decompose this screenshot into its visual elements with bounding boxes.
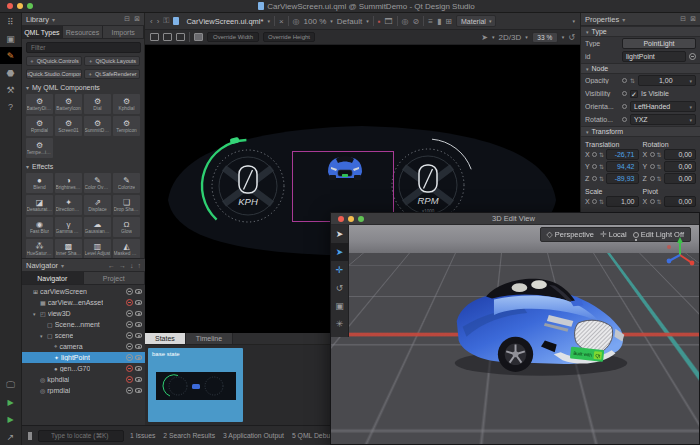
local-orientation-toggle[interactable]: ✛ Local [600, 230, 627, 239]
rotation-x-field[interactable]: 0,00 [664, 149, 696, 160]
export-icon[interactable] [126, 387, 133, 394]
back-icon[interactable]: ‹ [150, 17, 153, 26]
translation-y-field[interactable]: 94,42 [606, 161, 638, 172]
tab-states[interactable]: States [145, 333, 186, 344]
run-button[interactable]: ▶ [0, 394, 22, 411]
align-block-icon[interactable]: ▮ [437, 17, 441, 26]
disable-icon[interactable]: ⊘ [413, 17, 420, 26]
translation-z-field[interactable]: -89,93 [606, 173, 638, 184]
base-state-card[interactable]: base state [148, 348, 243, 422]
expand-caret-icon[interactable]: ▾ [40, 333, 45, 339]
action-indicator-icon[interactable] [622, 91, 627, 96]
toggle-panel-icon[interactable] [28, 432, 32, 440]
split-panel-icon[interactable]: ⊟ [680, 15, 686, 23]
action-indicator-icon[interactable] [622, 104, 627, 109]
action-indicator-icon[interactable] [592, 199, 597, 204]
effect-item[interactable]: ▩Inner Shadow [55, 239, 82, 259]
expand-caret-icon[interactable]: ▾ [33, 311, 38, 317]
translation-x-field[interactable]: -26,71 [606, 149, 638, 160]
visibility-eye-icon[interactable] [135, 333, 142, 338]
minimize-window-icon[interactable] [17, 3, 23, 9]
export-icon[interactable] [126, 376, 133, 383]
action-indicator-icon[interactable] [650, 164, 655, 169]
add-import-button[interactable]: ＋ QtQuick.Studio.Components [26, 69, 82, 79]
tab-resources[interactable]: Resources [63, 26, 104, 38]
action-indicator-icon[interactable] [622, 117, 627, 122]
pane-menu-icon[interactable]: ▾ [572, 18, 575, 24]
effect-item[interactable]: ▥Level Adjust [84, 239, 111, 259]
visibility-eye-icon[interactable] [135, 377, 142, 382]
type-section-header[interactable]: ▾Type [581, 26, 700, 37]
open-document-name[interactable]: CarViewScreen.ui.qml* [186, 17, 263, 26]
2d-3d-toggle[interactable]: 2D/3D [499, 33, 522, 42]
visibility-toggle-icon[interactable]: ◎ [402, 17, 409, 26]
effect-item[interactable]: ✎Color Overlay [84, 173, 111, 193]
navigator-item[interactable]: ◎rpmdial [22, 385, 145, 396]
visibility-eye-icon[interactable] [135, 322, 142, 327]
apps-grid-icon[interactable]: ⠿ [0, 13, 22, 30]
edit-mode-icon[interactable]: ▣ [0, 30, 22, 47]
library-filter-input[interactable] [26, 42, 141, 53]
forward-icon[interactable]: › [157, 17, 160, 26]
export-icon[interactable] [126, 354, 133, 361]
sync-icon[interactable]: ◎ [293, 17, 300, 26]
component-item[interactable]: ⚙Tempicon [113, 116, 140, 136]
effect-item[interactable]: ◉Fast Blur [26, 217, 53, 237]
zoom-level[interactable]: 100 % [304, 17, 327, 26]
tab-qml-types[interactable]: QML Types [22, 26, 63, 38]
action-indicator-icon[interactable] [592, 176, 597, 181]
library-header[interactable]: Library▾ ⊟⊠ [22, 13, 144, 26]
component-item[interactable]: ⚙SummitDemo [84, 116, 111, 136]
select-tool-icon[interactable]: ➤ [331, 225, 349, 243]
properties-header[interactable]: Properties▾ ⊟⊠ [581, 13, 700, 26]
component-item[interactable]: ⚙Kphdial [113, 94, 140, 114]
anchor-icon[interactable] [150, 33, 159, 41]
align-list-icon[interactable]: ≡ [428, 17, 433, 26]
component-item[interactable]: ⚙BatteryIcon [55, 94, 82, 114]
navigator-item[interactable]: ▾▢scene [22, 330, 145, 341]
tab-timeline[interactable]: Timeline [186, 333, 233, 344]
close-panel-icon[interactable]: ⊠ [690, 15, 696, 23]
opacity-field[interactable]: 1,00▾ [638, 75, 696, 86]
navigator-item[interactable]: ▦carView...enAsset [22, 297, 145, 308]
component-item[interactable]: ⚙Screen01 [55, 116, 82, 136]
effect-item[interactable]: γGamma Adjust [55, 217, 82, 237]
anchor-icon[interactable] [176, 33, 185, 41]
chevron-down-icon[interactable]: ▾ [525, 34, 528, 40]
navigator-item[interactable]: ⊞carViewScreen [22, 286, 145, 297]
add-import-button[interactable]: ＋ QtQuick.Layouts [84, 56, 140, 66]
visibility-eye-icon[interactable] [135, 311, 142, 316]
output-panel-button[interactable]: 1 Issues [130, 432, 155, 439]
effect-item[interactable]: ◑Brightness Contrast [55, 173, 82, 193]
tab-navigator[interactable]: Navigator [22, 272, 84, 284]
edit3d-viewport[interactable]: Built with Qt ➤ ➤ ✛ ↺ ▣ ✳ ◇ Perspective … [331, 225, 699, 444]
workspace-icon[interactable]: 🗖 [385, 17, 393, 26]
visibility-eye-icon[interactable] [135, 289, 142, 294]
navigator-item[interactable]: ◎kphdial [22, 374, 145, 385]
select-group-tool-icon[interactable]: ➤ [331, 243, 349, 261]
analyze-icon[interactable]: ↗ [0, 428, 22, 445]
action-indicator-icon[interactable] [592, 152, 597, 157]
action-indicator-icon[interactable] [650, 199, 655, 204]
canvas-zoom-field[interactable]: 33 % [532, 32, 558, 43]
scale-tool-icon[interactable]: ▣ [331, 297, 349, 315]
projects-mode-icon[interactable]: ⚒ [0, 81, 22, 98]
effect-item[interactable]: ☁Gaussian Blur [84, 217, 111, 237]
minimize-window-icon[interactable] [348, 216, 354, 222]
effect-item[interactable]: ⁂HueSaturation [26, 239, 53, 259]
kit-selector-icon[interactable]: 🖵 [0, 377, 22, 394]
snap-settings-icon[interactable]: ✳ [331, 315, 349, 333]
chevron-down-icon[interactable]: ▾ [492, 34, 495, 40]
override-height-field[interactable]: Override Height [263, 32, 315, 42]
perspective-toggle[interactable]: ◇ Perspective [547, 230, 594, 239]
add-import-button[interactable]: ＋ Qt.SafeRenderer [84, 69, 140, 79]
debug-mode-icon[interactable]: ⬣ [0, 64, 22, 81]
override-width-field[interactable]: Override Width [207, 32, 259, 42]
export-icon[interactable] [126, 332, 133, 339]
annotation-icon[interactable]: ▪ [378, 17, 381, 26]
move-up-icon[interactable]: ↑ [138, 262, 142, 269]
close-panel-icon[interactable]: ⊠ [134, 15, 140, 23]
is-visible-checkbox[interactable]: ✓ [630, 90, 638, 98]
visibility-eye-icon[interactable] [135, 388, 142, 393]
rotation-order-combo[interactable]: YXZ▾ [630, 114, 696, 125]
